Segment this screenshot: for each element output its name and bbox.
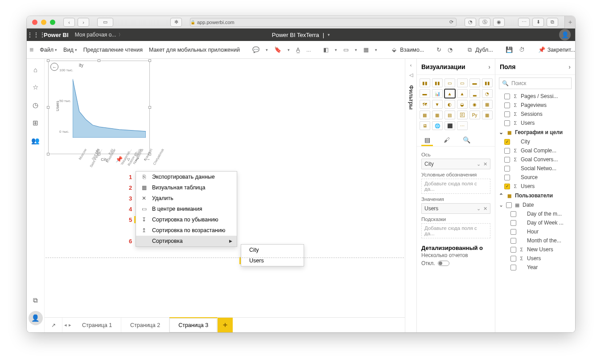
reader-button[interactable]: ✻ <box>170 18 182 27</box>
field-item[interactable]: Social Netwo... <box>495 164 575 173</box>
axis-well[interactable]: City ⌄✕ <box>421 159 490 169</box>
field-checkbox[interactable] <box>504 157 510 163</box>
viz-type-button[interactable]: ▂ <box>469 89 480 98</box>
field-checkbox[interactable] <box>510 229 516 235</box>
resize-handle[interactable] <box>98 59 100 62</box>
popout-icon[interactable]: ↗ <box>45 318 62 332</box>
drill-back-icon[interactable]: ← <box>50 63 58 71</box>
add-page-button[interactable]: ＋ <box>218 318 233 332</box>
clock-icon[interactable]: ◔ <box>448 45 453 54</box>
field-checkbox[interactable] <box>504 111 510 117</box>
context-submenu-item[interactable]: Users <box>241 255 304 266</box>
context-menu-item[interactable]: 5↧Сортировка по убыванию <box>136 214 237 225</box>
viz-type-button[interactable]: ◔ <box>482 89 493 98</box>
remove-field-icon[interactable]: ✕ <box>483 161 487 167</box>
bookmark-icon[interactable]: 🔖 <box>274 45 281 54</box>
breadcrumb[interactable]: Моя рабочая о... 〉 <box>75 32 123 38</box>
address-bar[interactable]: 🔒 app.powerbi.com ⟳ <box>190 18 457 27</box>
chart-visual[interactable]: ← ity Users 0 тыс.50 тыс.100 тыс. Moscow… <box>48 61 150 154</box>
field-table-header[interactable]: ⌃▦Пользователи <box>495 191 575 200</box>
viz-type-button[interactable]: 🗺 <box>420 100 430 109</box>
field-item[interactable]: ΣGoal Comple... <box>495 146 575 155</box>
viz-type-button[interactable]: ⋯ <box>457 121 468 130</box>
viz-type-button[interactable]: ▮▮ <box>432 78 443 87</box>
field-item[interactable]: ΣSessions <box>495 110 575 119</box>
context-menu-item[interactable]: 4▭В центре внимания <box>136 204 237 214</box>
context-menu-item[interactable]: ↥Сортировка по возрастанию <box>136 225 237 236</box>
cross-report-toggle[interactable]: Откл. <box>417 260 495 270</box>
apps-icon[interactable]: ⊞ <box>29 116 43 130</box>
expand-filters-icon[interactable]: ‹ <box>410 62 412 68</box>
save-icon[interactable]: 💾 <box>506 45 513 54</box>
field-checkbox[interactable]: ✓ <box>504 139 510 145</box>
field-checkbox[interactable] <box>510 238 516 244</box>
ext-pinterest-icon[interactable]: ◉ <box>493 18 505 27</box>
recent-icon[interactable]: ◷ <box>29 98 43 112</box>
field-item[interactable]: Source <box>495 173 575 182</box>
viz-type-button[interactable]: ◐ <box>445 100 455 109</box>
shared-icon[interactable]: 👥 <box>29 134 43 148</box>
format-tab[interactable]: 🖌 <box>441 135 453 146</box>
clock2-icon[interactable]: ⏱ <box>519 45 525 54</box>
resize-handle[interactable] <box>47 153 49 155</box>
field-item[interactable]: Hour <box>495 227 575 236</box>
view-menu[interactable]: Вид▾ <box>63 47 77 53</box>
context-menu-item[interactable]: 3✕Удалить <box>136 193 237 204</box>
comment-icon[interactable]: 💬 <box>252 45 259 54</box>
pin-visual-icon[interactable]: 📌 <box>115 156 123 166</box>
viz-type-button[interactable]: ◉ <box>469 100 480 109</box>
image-icon[interactable]: ▦ <box>363 45 369 54</box>
downloads-button[interactable]: ⬇ <box>532 18 544 27</box>
viz-type-button[interactable]: ⬛ <box>445 121 455 130</box>
toggle-switch[interactable] <box>438 261 449 266</box>
field-item[interactable]: ΣGoal Convers... <box>495 155 575 164</box>
page-tab[interactable]: Страница 3 <box>169 317 218 332</box>
viz-type-button[interactable]: 🖥 <box>420 121 430 130</box>
profile-icon[interactable]: 👤 <box>29 311 43 325</box>
page-tab[interactable]: Страница 1 <box>73 318 121 332</box>
analytics-tab[interactable]: 🔍 <box>461 135 472 146</box>
fields-search[interactable]: 🔍 Поиск <box>499 78 572 89</box>
user-avatar[interactable]: 👤 <box>559 29 571 41</box>
field-checkbox[interactable] <box>504 148 510 154</box>
fields-tab[interactable]: ▤ <box>421 135 433 146</box>
viz-type-button[interactable]: ▲ <box>445 89 455 98</box>
duplicate-button[interactable]: ⧉ Дубл... <box>465 45 493 54</box>
viz-type-button[interactable]: ▬ <box>469 78 480 87</box>
viz-type-button[interactable]: ▤ <box>445 110 455 119</box>
refresh-icon[interactable]: ↻ <box>436 45 441 54</box>
nav-menu-icon[interactable]: ≡ <box>29 46 33 54</box>
report-canvas[interactable]: ← ity Users 0 тыс.50 тыс.100 тыс. Moscow… <box>45 59 405 332</box>
viz-type-button[interactable]: ▭ <box>445 78 455 87</box>
reading-view-button[interactable]: Представление чтения <box>83 47 143 53</box>
viz-type-button[interactable]: ▲ <box>457 89 468 98</box>
field-item[interactable]: Month of the... <box>495 236 575 245</box>
workspaces-icon[interactable]: ⧉ <box>29 293 43 307</box>
field-checkbox[interactable]: ✓ <box>504 184 510 189</box>
field-table-header[interactable]: ⌄▦География и цели <box>495 127 575 137</box>
remove-field-icon[interactable]: ✕ <box>483 206 487 212</box>
page-tab[interactable]: Страница 2 <box>121 318 169 332</box>
app-launcher-icon[interactable]: ⋮⋮⋮ <box>31 30 41 40</box>
viz-type-button[interactable]: ▮▮ <box>482 78 493 87</box>
field-item[interactable]: ✓ΣUsers <box>495 182 575 191</box>
resize-handle[interactable] <box>47 106 49 109</box>
filter-visual-icon[interactable]: ▿ <box>127 156 130 166</box>
field-item[interactable]: ΣNew Users <box>495 245 575 254</box>
viz-type-button[interactable]: ▦ <box>432 110 443 119</box>
field-checkbox[interactable] <box>510 220 516 226</box>
field-item[interactable]: ΣPageviews <box>495 101 575 110</box>
viz-type-button[interactable]: ◒ <box>457 100 468 109</box>
tabs-button[interactable]: ⧉ <box>547 18 558 27</box>
field-item[interactable]: ΣUsers <box>495 119 575 127</box>
values-well[interactable]: Users ⌄✕ <box>421 203 490 214</box>
maximize-window[interactable] <box>50 20 55 25</box>
reload-icon[interactable]: ⟳ <box>449 19 456 25</box>
ext-pocket-icon[interactable]: ◔ <box>465 18 476 27</box>
viz-type-button[interactable]: ▦ <box>482 110 493 119</box>
field-item[interactable]: Year <box>495 263 575 272</box>
viz-type-button[interactable]: ▦ <box>482 100 493 109</box>
field-checkbox[interactable] <box>510 265 516 270</box>
viz-type-button[interactable]: 📊 <box>432 89 443 98</box>
share-button[interactable]: ⋯ <box>518 18 530 27</box>
